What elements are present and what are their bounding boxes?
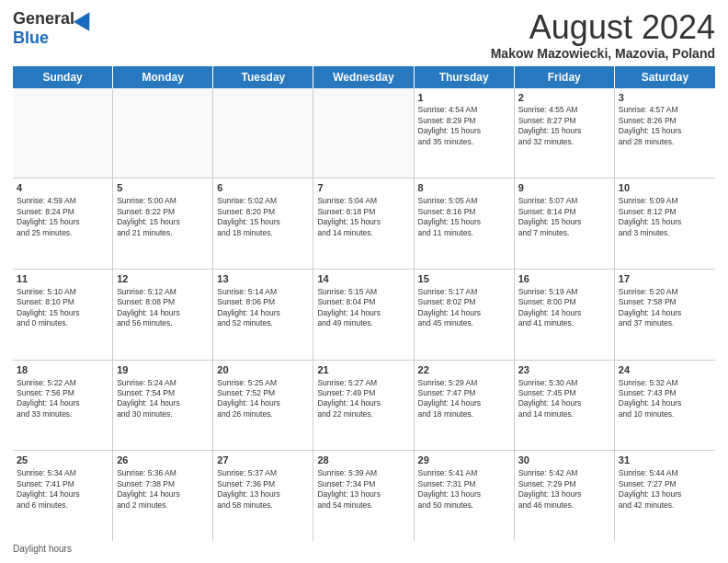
day-info: Sunrise: 5:04 AM Sunset: 8:18 PM Dayligh… bbox=[317, 196, 381, 236]
day-number: 31 bbox=[619, 454, 711, 467]
day-info: Sunrise: 5:27 AM Sunset: 7:49 PM Dayligh… bbox=[317, 378, 381, 419]
day-info: Sunrise: 4:54 AM Sunset: 8:29 PM Dayligh… bbox=[418, 105, 482, 145]
day-info: Sunrise: 5:39 AM Sunset: 7:34 PM Dayligh… bbox=[317, 468, 381, 509]
calendar-cell: 6Sunrise: 5:02 AM Sunset: 8:20 PM Daylig… bbox=[213, 178, 313, 269]
calendar-cell: 3Sunrise: 4:57 AM Sunset: 8:26 PM Daylig… bbox=[615, 88, 715, 178]
day-info: Sunrise: 5:37 AM Sunset: 7:36 PM Dayligh… bbox=[217, 468, 280, 509]
day-number: 9 bbox=[518, 181, 610, 195]
day-number: 29 bbox=[418, 454, 510, 467]
calendar-cell: 19Sunrise: 5:24 AM Sunset: 7:54 PM Dayli… bbox=[113, 361, 213, 451]
calendar-row: 11Sunrise: 5:10 AM Sunset: 8:10 PM Dayli… bbox=[13, 270, 715, 361]
calendar-cell: 8Sunrise: 5:05 AM Sunset: 8:16 PM Daylig… bbox=[415, 178, 515, 269]
logo-blue-text: Blue bbox=[13, 29, 49, 48]
day-number: 22 bbox=[418, 363, 510, 377]
day-info: Sunrise: 5:17 AM Sunset: 8:02 PM Dayligh… bbox=[418, 287, 482, 327]
day-info: Sunrise: 5:29 AM Sunset: 7:47 PM Dayligh… bbox=[418, 378, 482, 419]
day-number: 16 bbox=[518, 272, 610, 286]
calendar-cell: 12Sunrise: 5:12 AM Sunset: 8:08 PM Dayli… bbox=[113, 270, 213, 360]
day-number: 1 bbox=[418, 91, 510, 105]
calendar-header-cell: Thursday bbox=[415, 66, 515, 88]
calendar-cell: 22Sunrise: 5:29 AM Sunset: 7:47 PM Dayli… bbox=[415, 361, 515, 451]
day-info: Sunrise: 5:41 AM Sunset: 7:31 PM Dayligh… bbox=[418, 468, 482, 509]
calendar-cell: 30Sunrise: 5:42 AM Sunset: 7:29 PM Dayli… bbox=[515, 451, 615, 541]
calendar-cell bbox=[213, 88, 313, 178]
day-number: 25 bbox=[17, 454, 108, 467]
day-number: 18 bbox=[17, 363, 108, 377]
day-number: 27 bbox=[217, 454, 309, 467]
calendar-cell: 18Sunrise: 5:22 AM Sunset: 7:56 PM Dayli… bbox=[13, 361, 113, 451]
day-info: Sunrise: 5:34 AM Sunset: 7:41 PM Dayligh… bbox=[17, 468, 80, 509]
day-info: Sunrise: 5:25 AM Sunset: 7:52 PM Dayligh… bbox=[217, 378, 280, 419]
calendar-header-cell: Monday bbox=[113, 66, 213, 88]
day-info: Sunrise: 5:10 AM Sunset: 8:10 PM Dayligh… bbox=[17, 287, 80, 327]
day-number: 30 bbox=[518, 454, 610, 467]
day-info: Sunrise: 5:24 AM Sunset: 7:54 PM Dayligh… bbox=[117, 378, 180, 419]
header: General Blue August 2024 Makow Mazowieck… bbox=[13, 9, 715, 61]
day-number: 5 bbox=[117, 181, 209, 195]
day-number: 2 bbox=[518, 91, 610, 105]
calendar-row: 18Sunrise: 5:22 AM Sunset: 7:56 PM Dayli… bbox=[13, 361, 715, 452]
day-number: 10 bbox=[619, 181, 711, 195]
calendar-header-cell: Sunday bbox=[13, 66, 113, 88]
day-info: Sunrise: 4:57 AM Sunset: 8:26 PM Dayligh… bbox=[619, 105, 682, 145]
day-number: 28 bbox=[317, 454, 409, 467]
calendar-cell: 16Sunrise: 5:19 AM Sunset: 8:00 PM Dayli… bbox=[515, 270, 615, 360]
day-number: 26 bbox=[117, 454, 209, 467]
day-info: Sunrise: 5:32 AM Sunset: 7:43 PM Dayligh… bbox=[619, 378, 682, 419]
day-number: 8 bbox=[418, 181, 510, 195]
day-number: 7 bbox=[317, 181, 409, 195]
calendar-cell: 2Sunrise: 4:55 AM Sunset: 8:27 PM Daylig… bbox=[515, 88, 615, 178]
calendar-cell: 29Sunrise: 5:41 AM Sunset: 7:31 PM Dayli… bbox=[415, 451, 515, 541]
calendar-row: 4Sunrise: 4:59 AM Sunset: 8:24 PM Daylig… bbox=[13, 178, 715, 270]
day-number: 15 bbox=[418, 272, 510, 286]
calendar-cell: 13Sunrise: 5:14 AM Sunset: 8:06 PM Dayli… bbox=[213, 270, 313, 360]
calendar-cell: 27Sunrise: 5:37 AM Sunset: 7:36 PM Dayli… bbox=[213, 451, 313, 541]
day-number: 4 bbox=[17, 181, 108, 195]
calendar-header-cell: Tuesday bbox=[213, 66, 313, 88]
day-info: Sunrise: 5:15 AM Sunset: 8:04 PM Dayligh… bbox=[317, 287, 381, 327]
page: General Blue August 2024 Makow Mazowieck… bbox=[0, 0, 728, 563]
calendar-cell bbox=[13, 88, 113, 178]
calendar-cell: 7Sunrise: 5:04 AM Sunset: 8:18 PM Daylig… bbox=[313, 178, 414, 269]
logo-general-text: General bbox=[13, 9, 74, 29]
day-info: Sunrise: 5:36 AM Sunset: 7:38 PM Dayligh… bbox=[117, 468, 180, 509]
calendar-cell: 25Sunrise: 5:34 AM Sunset: 7:41 PM Dayli… bbox=[13, 451, 113, 541]
day-info: Sunrise: 5:44 AM Sunset: 7:27 PM Dayligh… bbox=[619, 468, 682, 509]
logo: General Blue bbox=[13, 9, 95, 48]
calendar-cell: 24Sunrise: 5:32 AM Sunset: 7:43 PM Dayli… bbox=[615, 361, 715, 451]
calendar-cell: 20Sunrise: 5:25 AM Sunset: 7:52 PM Dayli… bbox=[213, 361, 313, 451]
calendar-cell: 17Sunrise: 5:20 AM Sunset: 7:58 PM Dayli… bbox=[615, 270, 715, 360]
calendar-cell: 10Sunrise: 5:09 AM Sunset: 8:12 PM Dayli… bbox=[615, 178, 715, 269]
day-info: Sunrise: 5:12 AM Sunset: 8:08 PM Dayligh… bbox=[117, 287, 180, 327]
calendar-cell: 11Sunrise: 5:10 AM Sunset: 8:10 PM Dayli… bbox=[13, 270, 113, 360]
calendar-cell: 14Sunrise: 5:15 AM Sunset: 8:04 PM Dayli… bbox=[313, 270, 414, 360]
calendar-body: 1Sunrise: 4:54 AM Sunset: 8:29 PM Daylig… bbox=[13, 88, 715, 541]
calendar-cell: 5Sunrise: 5:00 AM Sunset: 8:22 PM Daylig… bbox=[113, 178, 213, 269]
day-number: 20 bbox=[217, 363, 309, 377]
day-info: Sunrise: 4:59 AM Sunset: 8:24 PM Dayligh… bbox=[17, 196, 80, 236]
day-number: 6 bbox=[217, 181, 309, 195]
day-info: Sunrise: 5:14 AM Sunset: 8:06 PM Dayligh… bbox=[217, 287, 280, 327]
calendar-cell: 9Sunrise: 5:07 AM Sunset: 8:14 PM Daylig… bbox=[515, 178, 615, 269]
day-number: 19 bbox=[117, 363, 209, 377]
logo-triangle-icon bbox=[74, 7, 97, 31]
day-info: Sunrise: 5:09 AM Sunset: 8:12 PM Dayligh… bbox=[619, 196, 682, 236]
calendar-cell: 4Sunrise: 4:59 AM Sunset: 8:24 PM Daylig… bbox=[13, 178, 113, 269]
main-title: August 2024 bbox=[491, 9, 715, 46]
day-info: Sunrise: 5:20 AM Sunset: 7:58 PM Dayligh… bbox=[619, 287, 682, 327]
day-number: 11 bbox=[17, 272, 108, 286]
calendar-cell: 28Sunrise: 5:39 AM Sunset: 7:34 PM Dayli… bbox=[313, 451, 414, 541]
calendar-cell: 15Sunrise: 5:17 AM Sunset: 8:02 PM Dayli… bbox=[415, 270, 515, 360]
calendar-cell: 31Sunrise: 5:44 AM Sunset: 7:27 PM Dayli… bbox=[615, 451, 715, 541]
day-info: Sunrise: 5:07 AM Sunset: 8:14 PM Dayligh… bbox=[518, 196, 582, 236]
footer-note: Daylight hours bbox=[13, 541, 715, 554]
calendar-row: 1Sunrise: 4:54 AM Sunset: 8:29 PM Daylig… bbox=[13, 88, 715, 179]
calendar-header: SundayMondayTuesdayWednesdayThursdayFrid… bbox=[13, 66, 715, 88]
calendar-header-cell: Saturday bbox=[615, 66, 715, 88]
day-number: 3 bbox=[619, 91, 711, 105]
day-info: Sunrise: 5:00 AM Sunset: 8:22 PM Dayligh… bbox=[117, 196, 180, 236]
calendar-header-cell: Friday bbox=[515, 66, 615, 88]
day-number: 14 bbox=[317, 272, 409, 286]
calendar-cell bbox=[113, 88, 213, 178]
day-number: 24 bbox=[619, 363, 711, 377]
